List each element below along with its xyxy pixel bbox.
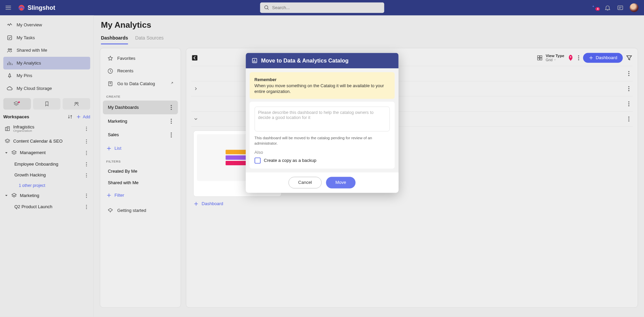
workspace-view-layers[interactable] <box>3 98 31 109</box>
add-filter-button[interactable]: Filter <box>101 189 179 202</box>
filters-heading: FILTERS <box>101 155 179 166</box>
pn-favorites[interactable]: Favorites <box>103 52 178 65</box>
more-icon[interactable] <box>627 100 630 107</box>
more-icon[interactable] <box>627 70 630 77</box>
pn-getting-started[interactable]: Getting started <box>103 204 178 217</box>
nav-my-cloud-storage[interactable]: My Cloud Storage <box>3 82 90 95</box>
workspace-growth-hacking[interactable]: Growth Hacking <box>3 170 90 181</box>
svg-point-14 <box>75 102 76 104</box>
workspace-view-bookmarks[interactable] <box>33 98 61 109</box>
checkbox-icon[interactable] <box>254 157 261 164</box>
move-to-catalog-modal: Move to Data & Analytics Catalog Remembe… <box>246 53 399 193</box>
svg-point-8 <box>10 49 12 50</box>
nav-my-pins[interactable]: My Pins <box>3 69 90 82</box>
nav-label: Shared with Me <box>17 48 47 53</box>
nav-label: My Cloud Storage <box>17 86 52 91</box>
menu-icon[interactable] <box>5 4 12 11</box>
chat-icon[interactable] <box>617 4 624 11</box>
slingshot-logo-icon <box>18 4 25 11</box>
svg-rect-6 <box>8 36 12 40</box>
workspace-management[interactable]: Management <box>3 147 90 158</box>
tab-data-sources[interactable]: Data Sources <box>135 35 164 44</box>
page-title: My Analytics <box>100 20 638 30</box>
cancel-button[interactable]: Cancel <box>289 177 322 188</box>
add-dashboard-link[interactable]: Dashboard <box>193 201 630 206</box>
nav-my-overview[interactable]: My Overview <box>3 19 90 31</box>
move-button[interactable]: Move <box>326 177 355 188</box>
more-icon[interactable] <box>84 204 89 210</box>
modal-title: Move to Data & Analytics Catalog <box>261 57 348 64</box>
backup-checkbox-row[interactable]: Create a copy as a backup <box>254 157 390 164</box>
more-icon[interactable] <box>84 172 89 178</box>
nav-my-analytics[interactable]: My Analytics <box>3 57 90 69</box>
rocket-icon[interactable] <box>567 54 574 62</box>
global-search[interactable] <box>260 2 384 13</box>
catalog-icon <box>251 57 258 64</box>
workspace-content-calendar[interactable]: Content Calendar & SEO <box>3 136 90 147</box>
more-icon[interactable] <box>84 162 89 167</box>
svg-point-15 <box>77 102 78 104</box>
nav-label: My Pins <box>17 73 32 78</box>
more-icon[interactable] <box>84 150 89 155</box>
modal-header: Move to Data & Analytics Catalog <box>246 53 399 68</box>
list-marketing[interactable]: Marketing <box>103 114 178 128</box>
tab-dashboards[interactable]: Dashboards <box>101 35 128 44</box>
more-icon[interactable] <box>84 126 89 131</box>
svg-point-35 <box>570 56 571 58</box>
bell-icon[interactable] <box>604 4 611 11</box>
chevron-down-icon <box>553 58 556 61</box>
nav-label: My Overview <box>17 23 42 28</box>
sort-icon[interactable] <box>67 114 73 119</box>
svg-point-1 <box>265 6 268 9</box>
workspaces-heading: Workspaces <box>3 114 29 119</box>
app-name: Slingshot <box>28 4 55 11</box>
nav-label: My Analytics <box>17 60 41 66</box>
svg-point-7 <box>8 49 9 50</box>
primary-sidebar: My Overview My Tasks Shared with Me My A… <box>0 16 94 317</box>
page-tabs: Dashboards Data Sources <box>100 35 638 45</box>
other-project-link[interactable]: 1 other project <box>3 181 90 190</box>
more-icon[interactable] <box>577 54 580 62</box>
user-avatar[interactable] <box>630 3 639 12</box>
description-textarea[interactable] <box>254 106 390 131</box>
add-list-button[interactable]: List <box>101 142 179 155</box>
list-sales[interactable]: Sales <box>103 128 178 142</box>
filter-created-by-me[interactable]: Created By Me <box>103 166 178 177</box>
app-header: Slingshot 4 <box>0 0 644 16</box>
filter-shared-with-me[interactable]: Shared with Me <box>103 177 178 189</box>
ai-sparkle-icon[interactable]: 4 <box>592 4 598 11</box>
more-icon[interactable] <box>627 85 630 92</box>
more-icon[interactable] <box>170 118 173 125</box>
workspace-infragistics[interactable]: Infragistics Organization <box>3 122 90 136</box>
add-workspace-button[interactable]: Add <box>76 114 90 119</box>
new-dashboard-button[interactable]: Dashboard <box>583 53 623 63</box>
more-icon[interactable] <box>627 115 630 122</box>
also-label: Also <box>254 150 390 155</box>
filter-icon[interactable] <box>625 54 632 62</box>
svg-rect-32 <box>540 56 542 58</box>
notification-badge: 4 <box>596 7 600 11</box>
back-icon[interactable] <box>191 54 198 62</box>
more-icon[interactable] <box>170 104 173 111</box>
workspace-q2-launch[interactable]: Q2 Product Launch <box>3 201 90 213</box>
workspace-view-people[interactable] <box>63 98 90 109</box>
create-heading: CREATE <box>101 90 179 101</box>
workspace-marketing[interactable]: Marketing <box>3 190 90 201</box>
search-input[interactable] <box>272 5 380 10</box>
pn-go-to-catalog[interactable]: Go to Data Catalog <box>103 77 178 90</box>
more-icon[interactable] <box>84 193 89 198</box>
workspace-employee-onboarding[interactable]: Employee Onboarding <box>3 158 90 170</box>
more-icon[interactable] <box>84 139 89 144</box>
view-type-selector[interactable]: View Type Grid <box>536 54 564 62</box>
pn-recents[interactable]: Recents <box>103 65 178 77</box>
svg-rect-3 <box>618 6 623 9</box>
svg-line-2 <box>267 8 268 9</box>
svg-rect-34 <box>540 58 542 60</box>
nav-my-tasks[interactable]: My Tasks <box>3 31 90 44</box>
list-my-dashboards[interactable]: My Dashboards <box>103 100 178 114</box>
search-icon <box>264 5 269 10</box>
nav-shared-with-me[interactable]: Shared with Me <box>3 44 90 56</box>
app-logo-group[interactable]: Slingshot <box>18 4 55 11</box>
modal-note: This dashboard will be moved to the cata… <box>254 135 390 146</box>
more-icon[interactable] <box>170 131 173 139</box>
